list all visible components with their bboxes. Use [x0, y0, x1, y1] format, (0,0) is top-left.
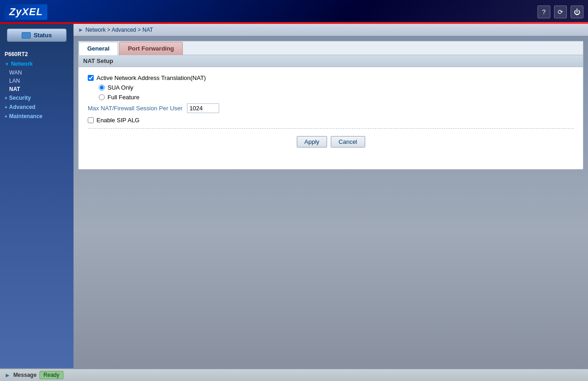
- enable-sip-row: Enable SIP ALG: [88, 117, 574, 124]
- sidebar-item-network[interactable]: ▼ Network: [0, 59, 74, 68]
- advanced-label: Advanced: [9, 104, 35, 110]
- enable-sip-label: Enable SIP ALG: [96, 117, 140, 124]
- footer-message-label: Message: [13, 372, 37, 378]
- enable-sip-checkbox[interactable]: [88, 117, 94, 123]
- max-session-row: Max NAT/Firewall Session Per User: [88, 103, 574, 113]
- cancel-button[interactable]: Cancel: [331, 136, 365, 148]
- header-icons: ? ⟳ ⏻: [537, 6, 583, 18]
- network-expand-icon: ▼: [5, 62, 9, 67]
- footer: ► Message Ready: [0, 368, 588, 381]
- tabs: General Port Forwarding: [79, 41, 583, 55]
- sidebar-item-maintenance[interactable]: + Maintenance: [0, 112, 74, 121]
- network-label: Network: [11, 61, 33, 67]
- sidebar-item-wan[interactable]: WAN: [0, 68, 74, 77]
- status-label: Status: [34, 32, 52, 39]
- status-button[interactable]: Status: [7, 28, 67, 42]
- full-feature-label: Full Feature: [107, 94, 139, 101]
- sidebar-item-security[interactable]: + Security: [0, 93, 74, 102]
- help-icon[interactable]: ?: [537, 6, 550, 18]
- header: ZyXEL ? ⟳ ⏻: [0, 0, 588, 24]
- status-icon: [22, 32, 31, 39]
- button-row: Apply Cancel: [88, 133, 574, 150]
- footer-status: Ready: [40, 371, 64, 379]
- logo: ZyXEL: [5, 4, 47, 20]
- footer-arrow: ►: [5, 372, 11, 379]
- sua-only-radio[interactable]: [99, 85, 105, 91]
- sidebar: Status P660RT2 ▼ Network WAN LAN NAT + S…: [0, 24, 74, 368]
- refresh-icon[interactable]: ⟳: [554, 6, 567, 18]
- form-content: Active Network Address Translation(NAT) …: [79, 67, 583, 158]
- main-layout: Status P660RT2 ▼ Network WAN LAN NAT + S…: [0, 24, 588, 368]
- active-nat-label: Active Network Address Translation(NAT): [96, 74, 206, 81]
- active-nat-checkbox[interactable]: [88, 75, 94, 81]
- security-expand-icon: +: [5, 96, 7, 101]
- full-feature-row: Full Feature: [88, 94, 574, 101]
- active-nat-row: Active Network Address Translation(NAT): [88, 74, 574, 81]
- max-session-input[interactable]: [187, 103, 219, 113]
- section-header: NAT Setup: [79, 55, 583, 67]
- maintenance-label: Maintenance: [9, 113, 43, 119]
- full-feature-radio[interactable]: [99, 94, 105, 100]
- sua-only-row: SUA Only: [88, 84, 574, 91]
- tab-general[interactable]: General: [79, 42, 118, 55]
- tab-port-forwarding[interactable]: Port Forwarding: [119, 42, 182, 55]
- panel: General Port Forwarding NAT Setup Active…: [78, 41, 583, 170]
- sua-only-label: SUA Only: [107, 84, 133, 91]
- maintenance-expand-icon: +: [5, 114, 7, 119]
- logout-icon[interactable]: ⏻: [571, 6, 583, 18]
- sidebar-item-lan[interactable]: LAN: [0, 77, 74, 85]
- content: ► Network > Advanced > NAT General Port …: [74, 24, 588, 368]
- sidebar-item-advanced[interactable]: + Advanced: [0, 102, 74, 112]
- sidebar-device-label: P660RT2: [0, 49, 74, 59]
- sidebar-section: P660RT2 ▼ Network WAN LAN NAT + Security…: [0, 49, 74, 121]
- apply-button[interactable]: Apply: [297, 136, 328, 148]
- security-label: Security: [9, 95, 31, 101]
- divider: [88, 128, 574, 129]
- breadcrumb-path: Network > Advanced > NAT: [85, 27, 153, 33]
- breadcrumb: ► Network > Advanced > NAT: [74, 24, 588, 36]
- logo-text: ZyXEL: [9, 6, 43, 17]
- breadcrumb-arrow: ►: [78, 27, 84, 33]
- sidebar-item-nat[interactable]: NAT: [0, 85, 74, 93]
- advanced-expand-icon: +: [5, 105, 7, 110]
- max-session-label: Max NAT/Firewall Session Per User: [88, 105, 182, 112]
